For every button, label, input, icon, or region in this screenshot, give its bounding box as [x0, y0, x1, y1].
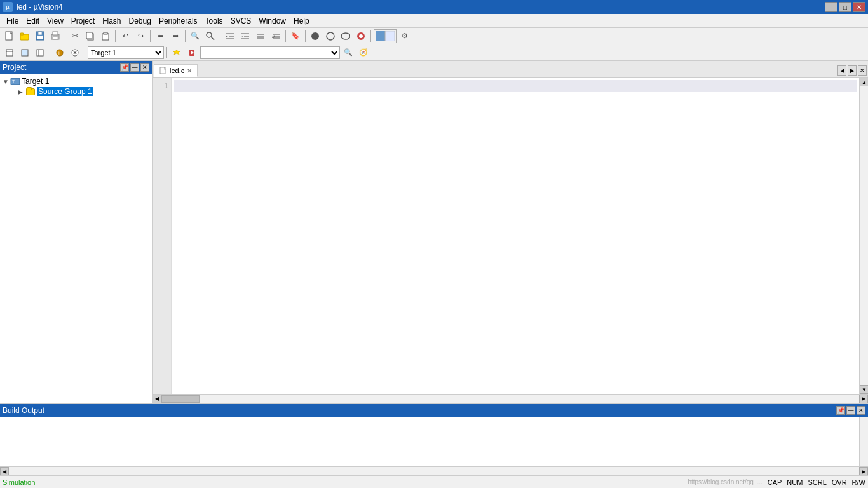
scroll-right-arrow[interactable]: ▶ [859, 395, 868, 403]
separator-4 [185, 30, 186, 42]
toolbar2-btn3[interactable] [33, 46, 47, 60]
debug-circle1[interactable] [308, 29, 322, 43]
menu-edit[interactable]: Edit [22, 15, 43, 27]
search2-button[interactable] [203, 29, 217, 43]
build-minimize-button[interactable]: — [846, 406, 855, 415]
print-button[interactable] [48, 29, 62, 43]
status-scrl: SCRL [808, 478, 826, 486]
project-close-button[interactable]: ✕ [140, 63, 149, 72]
build-close-button[interactable]: ✕ [857, 406, 865, 415]
toolchain-dropdown[interactable] [200, 46, 340, 59]
scroll-track-h[interactable] [161, 395, 859, 403]
build-scroll-left[interactable]: ◀ [0, 467, 9, 476]
maximize-button[interactable]: □ [839, 2, 851, 12]
view-toggle[interactable] [374, 29, 397, 43]
build-scroll-track[interactable] [9, 467, 859, 475]
toolbar2-btn2[interactable] [18, 46, 32, 60]
svg-rect-41 [37, 50, 43, 56]
project-title: Project [3, 63, 26, 72]
menu-bar: File Edit View Project Flash Debug Perip… [0, 14, 868, 28]
tree-item-source-group1[interactable]: ▶ Source Group 1 [0, 86, 152, 97]
search-button[interactable]: 🔍 [188, 29, 202, 43]
menu-project[interactable]: Project [67, 15, 98, 27]
debug-circle2[interactable] [323, 29, 337, 43]
toolbar2-setup[interactable] [170, 46, 184, 60]
bookmark-button[interactable]: 🔖 [288, 29, 302, 43]
source-group1-label: Source Group 1 [37, 87, 93, 96]
cut-button[interactable]: ✂ [68, 29, 82, 43]
comment-button[interactable] [254, 29, 268, 43]
nav-back-button[interactable]: ⬅ [153, 29, 167, 43]
project-pin-button[interactable]: 📌 [120, 63, 129, 72]
redo-button[interactable]: ↪ [133, 29, 147, 43]
menu-file[interactable]: File [3, 15, 22, 27]
scroll-up-arrow[interactable]: ▲ [860, 78, 868, 86]
toolbar2-btn4[interactable]: i [53, 46, 67, 60]
svg-rect-10 [86, 32, 92, 39]
menu-window[interactable]: Window [255, 15, 290, 27]
indent-button[interactable] [223, 29, 237, 43]
menu-help[interactable]: Help [290, 15, 313, 27]
toolbar2-run[interactable] [185, 46, 199, 60]
menu-view[interactable]: View [43, 15, 67, 27]
separator-8 [370, 30, 371, 42]
toolbar2-btn5[interactable] [68, 46, 82, 60]
build-scrollbar-v[interactable] [859, 417, 868, 466]
scroll-track-v[interactable] [860, 86, 868, 385]
separator-1 [65, 30, 65, 42]
tab-led-c[interactable]: led.c ✕ [154, 64, 198, 77]
close-button[interactable]: ✕ [853, 2, 865, 12]
toolbar2-btn1[interactable] [3, 46, 17, 60]
open-button[interactable] [18, 29, 32, 43]
project-minimize-button[interactable]: — [130, 63, 139, 72]
settings-button[interactable]: ⚙ [398, 29, 412, 43]
toolbar-2: i Target 1 🔍 🧭 [0, 44, 868, 61]
toolbar2-search[interactable]: 🔍 [341, 46, 355, 60]
scroll-left-arrow[interactable]: ◀ [153, 395, 161, 403]
outdent-button[interactable] [238, 29, 252, 43]
copy-button[interactable] [83, 29, 97, 43]
code-content[interactable] [172, 78, 859, 394]
scroll-down-arrow[interactable]: ▼ [860, 385, 868, 394]
editor-scroll-left[interactable]: ◀ [837, 65, 846, 76]
separator-2 [115, 30, 116, 42]
new-button[interactable] [3, 29, 17, 43]
undo-button[interactable]: ↩ [118, 29, 132, 43]
tree-item-target1[interactable]: ▼ T Target 1 [0, 76, 152, 86]
project-tree: ▼ T Target 1 ▶ Source Group 1 [0, 74, 152, 403]
status-num: NUM [787, 478, 803, 486]
svg-marker-22 [241, 36, 243, 37]
menu-peripherals[interactable]: Peripherals [155, 15, 201, 27]
build-output-header: Build Output 📌 — ✕ [0, 404, 868, 417]
nav-fwd-button[interactable]: ➡ [168, 29, 182, 43]
editor-scroll-right[interactable]: ▶ [848, 65, 857, 76]
svg-rect-2 [20, 33, 24, 35]
toolbar-1: ✂ ↩ ↪ ⬅ ➡ 🔍 // 🔖 [0, 28, 868, 44]
separator-t2-2 [85, 47, 85, 58]
debug-star[interactable] [354, 29, 368, 43]
menu-flash[interactable]: Flash [98, 15, 125, 27]
save-button[interactable] [33, 29, 47, 43]
menu-svcs[interactable]: SVCS [227, 15, 255, 27]
separator-t2-1 [50, 47, 50, 58]
uncomment-button[interactable]: // [269, 29, 283, 43]
source-group1-expander: ▶ [18, 88, 25, 95]
svg-point-13 [207, 32, 212, 37]
separator-5 [220, 30, 220, 42]
svg-rect-12 [104, 32, 107, 34]
editor-close-all[interactable]: ✕ [858, 65, 867, 76]
status-rw: R/W [852, 478, 865, 486]
toolbar2-nav[interactable]: 🧭 [356, 46, 370, 60]
editor-tabs: led.c ✕ ◀ ▶ ✕ [153, 61, 868, 78]
build-scroll-right[interactable]: ▶ [859, 467, 868, 476]
target-dropdown[interactable]: Target 1 [88, 46, 164, 59]
tab-close-button[interactable]: ✕ [187, 67, 192, 74]
app-icon: µ [3, 2, 13, 12]
paste-button[interactable] [98, 29, 112, 43]
svg-rect-4 [38, 32, 42, 35]
menu-tools[interactable]: Tools [201, 15, 227, 27]
debug-oval[interactable] [339, 29, 353, 43]
build-pin-button[interactable]: 📌 [836, 406, 845, 415]
menu-debug[interactable]: Debug [125, 15, 155, 27]
minimize-button[interactable]: — [825, 2, 837, 12]
